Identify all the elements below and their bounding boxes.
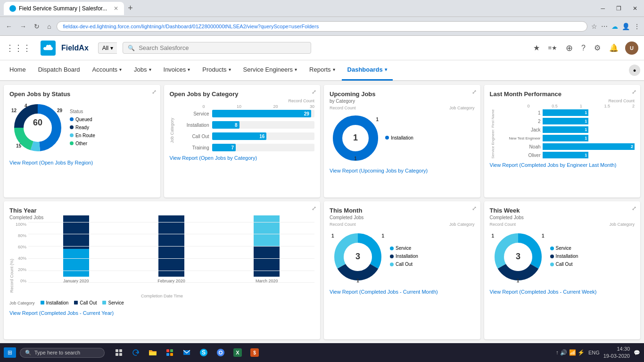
- lm-bar-noah: Noah 2: [498, 143, 635, 150]
- mail-icon[interactable]: [180, 346, 193, 359]
- nav-item-reports[interactable]: Reports ▾: [304, 60, 341, 81]
- view-report-open-jobs-status[interactable]: View Report (Open Jobs By Region): [9, 160, 155, 165]
- notification-icon[interactable]: 💬: [634, 350, 640, 356]
- help-icon[interactable]: ?: [579, 42, 587, 54]
- bar-value-training: 7: [231, 145, 234, 150]
- bar-label-training: Training: [176, 145, 209, 150]
- this-year-x-label: Completion Date Time: [9, 294, 314, 298]
- start-button[interactable]: ⊞: [4, 347, 16, 358]
- svg-text:3: 3: [355, 252, 360, 261]
- expand-open-jobs-category[interactable]: ⤢: [312, 89, 316, 95]
- bar-container-installation: 8: [212, 121, 315, 129]
- svg-text:$: $: [253, 350, 256, 355]
- expand-upcoming-jobs[interactable]: ⤢: [472, 89, 477, 95]
- nav-item-home[interactable]: Home: [4, 60, 32, 81]
- legend-installation-upcoming: Installation: [385, 135, 413, 140]
- close-tab-icon[interactable]: ✕: [114, 5, 118, 12]
- sf-cloud-icon[interactable]: ☁: [611, 23, 618, 30]
- app-switcher-icon[interactable]: ⋮⋮⋮: [6, 43, 31, 53]
- back-button[interactable]: ←: [4, 21, 14, 32]
- close-button[interactable]: ✕: [630, 4, 640, 13]
- expand-this-week[interactable]: ⤢: [632, 205, 636, 212]
- skype-icon[interactable]: S: [197, 346, 210, 359]
- svg-point-32: [220, 352, 222, 354]
- view-report-this-month[interactable]: View Report (Completed Jobs - Current Mo…: [330, 289, 475, 295]
- expand-open-jobs-status[interactable]: ⤢: [152, 89, 157, 95]
- favorites-icon[interactable]: ★: [531, 41, 542, 54]
- svg-rect-24: [170, 349, 173, 352]
- legend-callout-year: Call Out: [74, 300, 97, 305]
- browser-tab[interactable]: Field Service Summary | Salesfor... ✕: [4, 2, 124, 15]
- taskbar-search[interactable]: 🔍 Type here to search: [20, 348, 105, 358]
- chrome-icon[interactable]: [214, 346, 227, 359]
- extensions-icon[interactable]: ⋯: [601, 23, 608, 30]
- file-explorer-icon[interactable]: [146, 346, 159, 359]
- avatar[interactable]: U: [625, 41, 638, 55]
- bookmark-icon[interactable]: ☆: [591, 23, 597, 30]
- menu-icon[interactable]: ⋮: [634, 23, 640, 30]
- settings-icon[interactable]: ⚙: [592, 41, 603, 54]
- search-scope-dropdown[interactable]: All ▾: [98, 42, 117, 54]
- legend-installation-week: Installation: [550, 254, 578, 259]
- app7-icon[interactable]: X: [231, 346, 244, 359]
- forward-button[interactable]: →: [18, 21, 28, 32]
- store-icon[interactable]: [163, 346, 176, 359]
- accounts-caret: ▾: [119, 67, 122, 72]
- nav-item-invoices[interactable]: Invoices ▾: [158, 60, 196, 81]
- legend-enroute: En Route: [70, 133, 95, 138]
- minimize-button[interactable]: ─: [598, 4, 608, 13]
- maximize-button[interactable]: ❐: [613, 4, 624, 13]
- task-view-icon[interactable]: [112, 346, 125, 359]
- nav-label-reports: Reports: [309, 66, 331, 73]
- mar-callout: [254, 246, 280, 277]
- nav-item-dispatch[interactable]: Dispatch Board: [33, 60, 86, 81]
- bar-service: Service 29: [176, 110, 315, 117]
- svg-rect-25: [166, 353, 169, 356]
- home-button[interactable]: ⌂: [45, 21, 53, 32]
- nav-label-products: Products: [202, 66, 226, 73]
- search-scope-label: All: [102, 45, 108, 51]
- category-bars: Service 29 Installation 8: [176, 110, 315, 151]
- app8-icon[interactable]: $: [248, 346, 261, 359]
- view-report-last-month[interactable]: View Report (Completed Jobs by Engineer …: [490, 162, 635, 168]
- nav-item-engineers[interactable]: Service Engineers ▾: [238, 60, 303, 81]
- expand-this-year[interactable]: ⤢: [312, 205, 316, 212]
- feb-label: February 2020: [155, 279, 188, 283]
- y-axis-label-cat: Job Category: [170, 110, 174, 151]
- search-input[interactable]: [139, 44, 306, 51]
- bar-group-feb: February 2020: [155, 215, 188, 283]
- nav-more-button[interactable]: ●: [629, 65, 640, 76]
- bar-container-service: 29: [212, 110, 315, 117]
- view-report-open-jobs-category[interactable]: View Report (Open Jobs by Category): [170, 155, 315, 161]
- expand-this-month[interactable]: ⤢: [472, 205, 477, 212]
- new-tab-button[interactable]: +: [128, 3, 133, 13]
- edge-icon[interactable]: [129, 346, 142, 359]
- favorites-list-icon[interactable]: ≡★: [546, 42, 560, 53]
- svg-rect-23: [166, 349, 169, 352]
- open-jobs-status-legend: Status Queued Ready En Route Other: [70, 109, 95, 147]
- nav-item-dashboards[interactable]: Dashboards ▾: [342, 60, 393, 81]
- upcoming-jobs-donut: 1 1 1: [330, 112, 381, 164]
- upcoming-jobs-subtitle: by Category: [330, 99, 475, 104]
- this-month-donut: 3 1 1 1: [330, 229, 386, 285]
- view-report-upcoming-jobs[interactable]: View Report (Upcoming Jobs by Category): [330, 168, 475, 173]
- bar-label-service: Service: [176, 111, 209, 116]
- add-item-icon[interactable]: ⊕: [564, 41, 575, 55]
- lm-bar-2: 2 1: [498, 118, 635, 124]
- notifications-icon[interactable]: 🔔: [607, 41, 620, 54]
- nav-item-jobs[interactable]: Jobs ▾: [128, 60, 157, 81]
- view-report-this-week[interactable]: View Report (Completed Jobs - Current We…: [490, 289, 635, 295]
- time-display: 14:30: [603, 346, 630, 353]
- view-report-this-year[interactable]: View Report (Completed Jobs - Current Ye…: [9, 310, 314, 316]
- bar-label-installation: Installation: [176, 123, 209, 128]
- sf-logo: [41, 41, 56, 56]
- this-week-panel: This Week Completed Jobs ⤢ Record Count …: [484, 201, 641, 340]
- refresh-button[interactable]: ↻: [32, 21, 41, 32]
- nav-item-accounts[interactable]: Accounts ▾: [87, 60, 127, 81]
- user-profile-icon[interactable]: 👤: [622, 23, 630, 30]
- search-bar[interactable]: 🔍: [123, 42, 311, 54]
- expand-last-month[interactable]: ⤢: [632, 89, 636, 95]
- address-bar[interactable]: fieldax-dev-ed.lightning.force.com/light…: [57, 21, 587, 32]
- upcoming-jobs-panel: Upcoming Jobs by Category ⤢ Record Count…: [324, 85, 480, 197]
- nav-item-products[interactable]: Products ▾: [197, 60, 236, 81]
